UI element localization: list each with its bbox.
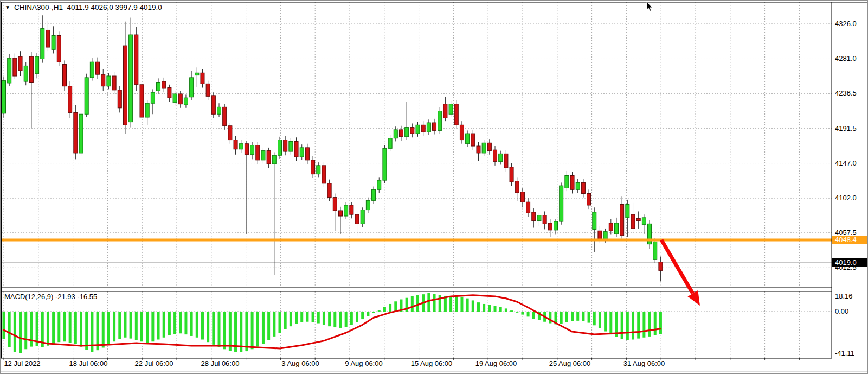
candle-down	[487, 143, 491, 150]
macd-histogram-bar	[218, 312, 221, 347]
macd-histogram-bar	[223, 312, 226, 349]
macd-histogram-bar	[345, 312, 348, 327]
candle-up	[405, 128, 409, 137]
macd-histogram-bar	[69, 312, 72, 343]
candle-up	[642, 218, 646, 225]
chart-canvas[interactable]	[1, 1, 868, 374]
chart-title: ▼CHINA300-,H1 4011.9 4026.0 3997.9 4019.…	[5, 3, 162, 11]
candle-down	[587, 193, 591, 205]
collapse-icon[interactable]: ▼	[5, 4, 10, 10]
macd-histogram-bar	[472, 300, 474, 312]
candle-down	[201, 73, 204, 84]
candle-up	[344, 205, 348, 216]
macd-histogram-bar	[146, 312, 149, 343]
macd-histogram-bar	[356, 312, 358, 322]
trend-arrow-annotation[interactable]	[661, 240, 700, 306]
macd-histogram-bar	[659, 312, 662, 334]
macd-histogram-bar	[427, 293, 430, 312]
candle-up	[250, 145, 254, 155]
candle-up	[438, 111, 442, 131]
candle-down	[659, 262, 663, 271]
price-axis-label: 4281.0	[835, 54, 857, 62]
candle-down	[421, 125, 425, 132]
candle-down	[510, 167, 513, 182]
time-axis-label[interactable]: 31 Aug 06:00	[623, 359, 665, 367]
candle-down	[620, 205, 624, 236]
macd-histogram-bar	[367, 312, 369, 316]
time-axis-label[interactable]: 19 Aug 06:00	[475, 359, 517, 367]
candle-down	[13, 58, 17, 76]
macd-histogram-bar	[300, 312, 303, 322]
candle-up	[2, 81, 6, 113]
time-axis-label[interactable]: 3 Aug 06:00	[281, 359, 319, 367]
candle-up	[8, 58, 11, 83]
macd-axis-label: 0.00	[835, 307, 848, 315]
time-axis-label[interactable]: 28 Jul 06:00	[201, 359, 240, 367]
macd-histogram-bar	[262, 312, 265, 344]
candle-up	[278, 140, 282, 156]
candle-up	[107, 76, 111, 86]
candle-down	[327, 183, 331, 198]
macd-histogram-bar	[576, 312, 579, 321]
macd-histogram-bar	[560, 312, 563, 324]
candlestick-series[interactable]	[2, 15, 663, 281]
candle-up	[565, 175, 569, 188]
candle-up	[482, 143, 486, 153]
macd-indicator-label: MACD(12,26,9) -21.93 -16.55	[4, 293, 97, 301]
macd-histogram-bar	[571, 312, 574, 321]
macd-histogram-bar	[279, 312, 281, 333]
candle-up	[372, 189, 376, 200]
candle-down	[284, 140, 287, 151]
candle-down	[96, 62, 100, 74]
candle-down	[350, 205, 353, 214]
macd-histogram-bar	[350, 312, 353, 325]
macd-histogram-bar	[510, 310, 513, 312]
time-axis-label[interactable]: 18 Jul 06:00	[69, 359, 108, 367]
macd-histogram-bar	[251, 312, 254, 349]
macd-histogram-bar	[378, 310, 381, 312]
candle-down	[454, 104, 458, 125]
macd-series[interactable]	[3, 293, 662, 353]
candle-down	[134, 35, 138, 85]
macd-histogram-bar	[394, 301, 397, 312]
time-axis-label[interactable]: 22 Jul 06:00	[135, 359, 173, 367]
candle-up	[466, 134, 470, 144]
candle-up	[377, 180, 381, 189]
candle-down	[123, 46, 127, 125]
macd-histogram-bar	[488, 305, 491, 312]
candle-up	[151, 92, 155, 103]
candle-up	[626, 205, 629, 218]
time-axis-label[interactable]: 9 Aug 06:00	[345, 359, 382, 367]
macd-histogram-bar	[333, 312, 336, 327]
macd-histogram-bar	[527, 312, 530, 316]
macd-histogram-bar	[449, 296, 452, 312]
candle-down	[609, 223, 613, 231]
macd-histogram-bar	[648, 312, 651, 337]
time-axis-label[interactable]: 15 Aug 06:00	[411, 359, 453, 367]
candle-up	[560, 186, 563, 221]
time-axis-label[interactable]: 25 Aug 06:00	[549, 359, 591, 367]
price-axis-label: 4102.0	[835, 194, 857, 202]
macd-histogram-bar	[113, 312, 115, 341]
price-axis-label: 4191.5	[835, 124, 857, 132]
candle-down	[548, 223, 552, 230]
macd-histogram-bar	[328, 312, 331, 326]
candle-down	[493, 150, 497, 161]
candle-up	[366, 200, 370, 210]
candle-up	[173, 94, 177, 103]
candle-down	[18, 56, 22, 71]
macd-histogram-bar	[604, 312, 607, 332]
candle-down	[443, 104, 447, 118]
macd-histogram-bar	[477, 302, 480, 312]
macd-histogram-bar	[532, 312, 535, 319]
candle-down	[355, 214, 359, 224]
macd-histogram-bar	[102, 312, 105, 347]
macd-histogram-bar	[460, 297, 463, 312]
bid-price-badge: 4019.0	[832, 258, 868, 267]
candle-up	[499, 154, 503, 161]
candle-down	[515, 181, 519, 193]
time-axis-label[interactable]: 12 Jul 2022	[4, 359, 40, 367]
candle-down	[256, 145, 260, 160]
macd-histogram-bar	[168, 312, 171, 335]
candle-up	[449, 104, 453, 115]
